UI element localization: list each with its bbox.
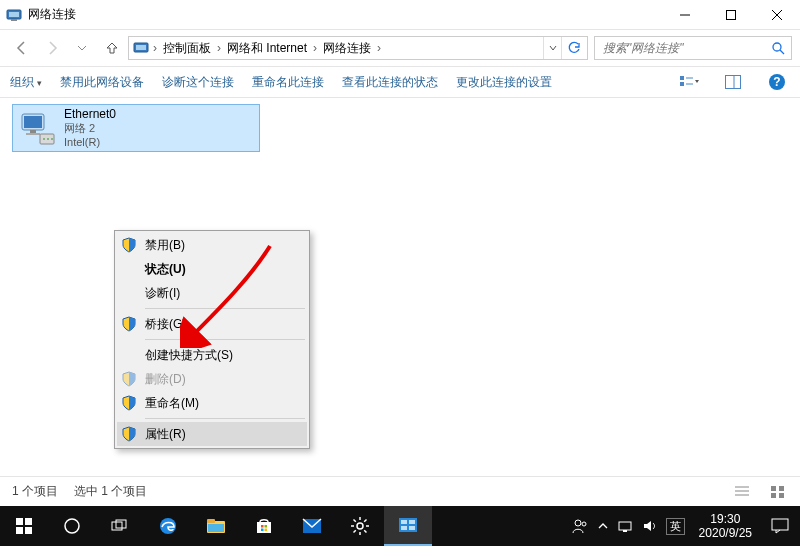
network-adapter-item[interactable]: Ethernet0 网络 2 Intel(R) (12, 104, 260, 152)
volume-icon[interactable] (642, 519, 656, 533)
svg-rect-1 (9, 12, 19, 17)
ime-indicator[interactable]: 英 (666, 518, 685, 535)
taskbar-edge[interactable] (144, 506, 192, 546)
organize-menu[interactable]: 组织 (10, 74, 42, 91)
svg-rect-33 (779, 493, 784, 498)
svg-rect-43 (207, 519, 215, 523)
cmd-rename[interactable]: 重命名此连接 (252, 74, 324, 91)
back-button[interactable] (8, 34, 36, 62)
taskbar-settings[interactable] (336, 506, 384, 546)
shield-icon (121, 316, 137, 332)
adapter-status: 网络 2 (64, 121, 116, 135)
svg-rect-48 (261, 529, 264, 532)
details-view-button[interactable] (732, 484, 752, 500)
recent-dropdown[interactable] (68, 34, 96, 62)
refresh-button[interactable] (561, 37, 585, 59)
chevron-right-icon[interactable]: › (151, 41, 159, 55)
separator (145, 339, 305, 340)
ctx-shortcut[interactable]: 创建快捷方式(S) (117, 343, 307, 367)
minimize-button[interactable] (662, 0, 708, 30)
start-button[interactable] (0, 506, 48, 546)
ctx-bridge[interactable]: 桥接(G) (117, 312, 307, 336)
chevron-right-icon[interactable]: › (375, 41, 383, 55)
maximize-button[interactable] (708, 0, 754, 30)
taskbar-clock[interactable]: 19:30 2020/9/25 (691, 512, 760, 540)
ctx-delete: 删除(D) (117, 367, 307, 391)
window-title: 网络连接 (28, 6, 76, 23)
ctx-diagnose[interactable]: 诊断(I) (117, 281, 307, 305)
close-button[interactable] (754, 0, 800, 30)
svg-point-9 (773, 43, 781, 51)
svg-rect-15 (726, 76, 741, 89)
command-bar: 组织 禁用此网络设备 诊断这个连接 重命名此连接 查看此连接的状态 更改此连接的… (0, 66, 800, 98)
svg-rect-47 (265, 525, 268, 528)
svg-line-59 (364, 520, 366, 522)
taskbar-explorer[interactable] (192, 506, 240, 546)
taskbar-mail[interactable] (288, 506, 336, 546)
breadcrumb-item[interactable]: 控制面板 (159, 40, 215, 57)
ctx-status[interactable]: 状态(U) (117, 257, 307, 281)
tray-chevron-up-icon[interactable] (598, 521, 608, 531)
nav-bar: › 控制面板 › 网络和 Internet › 网络连接 › (0, 30, 800, 66)
svg-rect-34 (16, 518, 23, 525)
search-box[interactable] (594, 36, 792, 60)
svg-rect-64 (409, 526, 415, 530)
system-tray[interactable]: 英 (566, 518, 691, 535)
large-icons-view-button[interactable] (768, 484, 788, 500)
svg-rect-32 (771, 493, 776, 498)
taskbar-store[interactable] (240, 506, 288, 546)
svg-rect-62 (409, 520, 415, 524)
breadcrumb-item[interactable]: 网络连接 (319, 40, 375, 57)
address-bar[interactable]: › 控制面板 › 网络和 Internet › 网络连接 › (128, 36, 588, 60)
svg-rect-22 (26, 133, 40, 135)
svg-rect-20 (24, 116, 42, 128)
ctx-label: 删除(D) (145, 371, 186, 388)
svg-rect-36 (16, 527, 23, 534)
search-icon[interactable] (771, 41, 785, 55)
ctx-properties[interactable]: 属性(R) (117, 422, 307, 446)
shield-icon (121, 426, 137, 442)
up-button[interactable] (98, 34, 126, 62)
cortana-button[interactable] (48, 506, 96, 546)
svg-text:?: ? (773, 75, 780, 89)
cmd-change-settings[interactable]: 更改此连接的设置 (456, 74, 552, 91)
taskbar-control-panel[interactable] (384, 506, 432, 546)
svg-line-57 (364, 530, 366, 532)
svg-rect-37 (25, 527, 32, 534)
svg-rect-35 (25, 518, 32, 525)
task-view-button[interactable] (96, 506, 144, 546)
svg-rect-21 (30, 130, 36, 133)
ctx-disable[interactable]: 禁用(B) (117, 233, 307, 257)
svg-point-38 (65, 519, 79, 533)
svg-rect-11 (680, 76, 684, 80)
preview-pane-button[interactable] (720, 71, 746, 93)
title-bar: 网络连接 (0, 0, 800, 30)
ctx-label: 重命名(M) (145, 395, 199, 412)
action-center-button[interactable] (760, 506, 800, 546)
chevron-right-icon[interactable]: › (215, 41, 223, 55)
taskbar-time: 19:30 (699, 512, 752, 526)
svg-point-25 (47, 138, 49, 140)
ctx-label: 创建快捷方式(S) (145, 347, 233, 364)
breadcrumb-item[interactable]: 网络和 Internet (223, 40, 311, 57)
svg-rect-69 (772, 519, 788, 530)
people-icon[interactable] (572, 518, 588, 534)
cmd-disable-device[interactable]: 禁用此网络设备 (60, 74, 144, 91)
svg-point-66 (582, 522, 586, 526)
chevron-right-icon[interactable]: › (311, 41, 319, 55)
adapter-device: Intel(R) (64, 135, 116, 149)
separator (145, 308, 305, 309)
cmd-view-status[interactable]: 查看此连接的状态 (342, 74, 438, 91)
svg-rect-63 (401, 526, 407, 530)
network-tray-icon[interactable] (618, 519, 632, 533)
change-view-button[interactable] (676, 71, 702, 93)
forward-button[interactable] (38, 34, 66, 62)
address-dropdown[interactable] (543, 37, 561, 59)
cmd-diagnose[interactable]: 诊断这个连接 (162, 74, 234, 91)
ctx-rename[interactable]: 重命名(M) (117, 391, 307, 415)
svg-rect-30 (771, 486, 776, 491)
content-area[interactable]: Ethernet0 网络 2 Intel(R) 禁用(B) 状态(U) 诊断(I… (0, 98, 800, 506)
search-input[interactable] (601, 40, 765, 56)
taskbar: 英 19:30 2020/9/25 (0, 506, 800, 546)
help-button[interactable]: ? (764, 71, 790, 93)
